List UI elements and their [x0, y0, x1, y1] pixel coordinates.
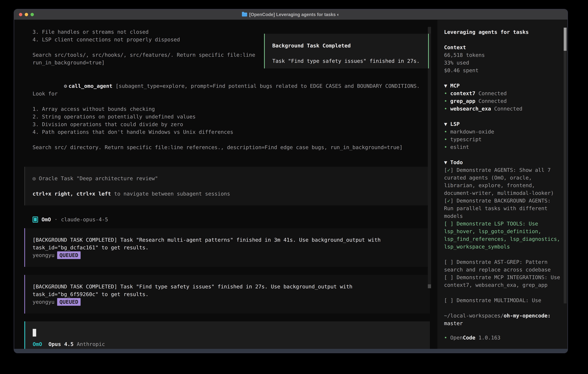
todo-item-active: [ ] Demonstrate LSP TOOLS: Use lsp_hover… [444, 220, 562, 250]
checkbox-empty-icon [447, 274, 451, 280]
message-author: yeongyu [32, 299, 54, 305]
omo-agent-icon [32, 217, 38, 223]
oracle-task-box: ◎ Oracle Task "Deep architecture review"… [24, 167, 430, 205]
input-model-row: OmO Opus 4.5 Anthropic [33, 340, 430, 348]
message-line: task_id="bg_dcfac161" to get results. [32, 244, 430, 251]
agent-model: claude-opus-4-5 [61, 216, 108, 223]
checkbox-empty-icon [447, 297, 451, 303]
input-model-name: Opus 4.5 [48, 340, 74, 348]
todo-section-header[interactable]: ▼Todo [444, 158, 562, 166]
text-cursor [33, 329, 36, 337]
git-branch: master [444, 320, 463, 326]
status-dot-icon: • [444, 334, 450, 342]
toast-body: Task "Find type safety issues" finished … [272, 57, 428, 65]
context-tokens: 66,518 tokens [444, 51, 562, 59]
gear-icon: ⚙ [64, 83, 67, 89]
status-dot-icon: • [444, 90, 450, 97]
todo-item-done: [✓] Demonstrate AGENTS: Show all 7 curat… [444, 166, 562, 197]
version-row: • OpenCode 1.0.163 [444, 334, 562, 342]
target-icon: ◎ [32, 176, 36, 181]
agent-name: OmO [42, 216, 51, 223]
todo-item-pending: [ ] Demonstrate MULTIMODAL: Use [444, 296, 562, 304]
checkbox-empty-icon [447, 221, 451, 227]
input-agent-name: OmO [33, 340, 42, 348]
message-line: task_id="bg_6f59260c" to get results. [32, 291, 430, 298]
status-badge: QUEUED [57, 251, 81, 259]
mcp-section-header[interactable]: ▼MCP [444, 82, 562, 90]
titlebar: [OpenCode] Leveraging agents for tasks ◐ [14, 10, 567, 20]
context-heading: Context [444, 43, 562, 51]
tool-call-line: 4. Path operations that don't handle Win… [32, 128, 430, 136]
lsp-item: •markdown-oxide [444, 128, 562, 135]
separator-dot: · [54, 216, 58, 223]
background-task-message: [BACKGROUND TASK COMPLETED] Task "Find t… [24, 275, 430, 313]
context-spent: $0.46 spent [444, 67, 562, 74]
check-icon: ✓ [447, 198, 451, 204]
conversation-area: 3. File handles or streams not closed 4.… [14, 20, 431, 349]
background-task-message: [BACKGROUND TASK COMPLETED] Task "Resear… [24, 228, 430, 267]
mcp-item: •websearch_exa Connected [444, 105, 562, 113]
tool-call-line [32, 136, 430, 144]
lsp-item: •eslint [444, 143, 562, 151]
spacer-line [32, 182, 430, 190]
session-title: Leveraging agents for tasks [444, 28, 562, 36]
notification-toast: Background Task Completed Task "Find typ… [264, 34, 429, 68]
input-provider-name: Anthropic [77, 340, 105, 348]
sidebar-scrollbar[interactable] [564, 28, 567, 303]
window-bottom-edge [14, 349, 567, 353]
window-title: [OpenCode] Leveraging agents for tasks ◐ [249, 12, 340, 17]
mcp-item: •grep_app Connected [444, 97, 562, 105]
tool-call-name: call_omo_agent [68, 83, 112, 89]
prompt-input[interactable]: OmO Opus 4.5 Anthropic [24, 321, 430, 353]
toast-title: Background Task Completed [272, 42, 428, 50]
chevron-down-icon: ▼ [444, 82, 450, 90]
chevron-down-icon: ▼ [444, 120, 450, 128]
tool-call-line: 2. String operations on potentially unde… [32, 113, 430, 120]
sidebar: Leveraging agents for tasks Context 66,5… [437, 20, 567, 349]
status-dot-icon: • [444, 135, 450, 143]
status-dot-icon: • [444, 128, 450, 135]
oracle-task-title: Oracle Task "Deep architecture review" [36, 176, 158, 181]
checkbox-empty-icon [447, 259, 451, 265]
chevron-down-icon: ▼ [444, 158, 450, 166]
version-number: 1.0.163 [475, 335, 500, 341]
lsp-section-header[interactable]: ▼LSP [444, 120, 562, 128]
todo-item-done: [✓] Demonstrate BACKGROUND AGENTS: Run p… [444, 197, 562, 220]
shortcut-description: to navigate between subagent sessions [111, 191, 230, 197]
message-line: [BACKGROUND TASK COMPLETED] Task "Find t… [32, 283, 430, 291]
tool-call-line: 1. Array access without bounds checking [32, 105, 430, 113]
status-badge: QUEUED [57, 298, 81, 306]
todo-item-pending: [ ] Demonstrate MCP INTEGRATIONS: Use co… [444, 273, 562, 289]
tool-call-block: ⚙call_omo_agent [subagent_type=explore, … [32, 74, 430, 151]
tool-call-line: Search src/ directory. Return specific f… [32, 144, 430, 151]
agent-header: OmO · claude-opus-4-5 [32, 216, 431, 223]
check-icon: ✓ [447, 167, 451, 173]
todo-item-pending: [ ] Demonstrate AST-GREP: Pattern search… [444, 258, 562, 273]
mcp-item: •context7 Connected [444, 90, 562, 97]
status-dot-icon: • [444, 143, 450, 151]
main-scrollbar-thumb[interactable] [428, 284, 431, 288]
status-dot-icon: • [444, 97, 450, 105]
message-line: [BACKGROUND TASK COMPLETED] Task "Resear… [32, 236, 430, 244]
shortcut-keys: ctrl+x right, ctrl+x left [32, 191, 111, 197]
window-title-area: [OpenCode] Leveraging agents for tasks ◐ [14, 10, 567, 20]
workspace-path: ~/local-workspaces/oh-my-opencode: maste… [444, 312, 562, 327]
context-used: 33% used [444, 59, 562, 67]
status-dot-icon: • [444, 105, 450, 113]
sidebar-scrollbar-thumb[interactable] [564, 28, 567, 51]
folder-icon [242, 13, 247, 17]
app-window: [OpenCode] Leveraging agents for tasks ◐… [14, 9, 568, 353]
tool-call-line: 3. Division operations that could divide… [32, 120, 430, 128]
lsp-item: •typescript [444, 135, 562, 143]
main-scrollbar-top-thumb[interactable] [428, 27, 431, 33]
message-author: yeongyu [32, 252, 54, 258]
